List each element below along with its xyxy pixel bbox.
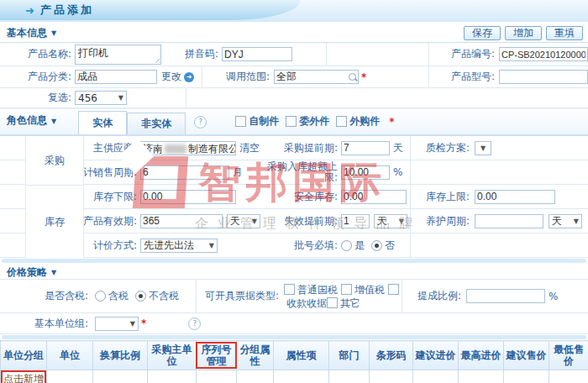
checkbox-self-made[interactable] [235,116,246,127]
column-header: 单位分组 [1,341,47,370]
unit-group-table: 单位分组 单位 换算比例 采购主单位 序列号管理 分组属性 属性项 部门 条形码… [0,340,588,383]
chevron-down-icon: ▼ [480,144,486,152]
invoice-type-label: 可开具票据类型: [197,289,279,303]
purchase-inventory-table: 采购 库存 主供应商: 济南制造有限公 清空 采购提前期: 天 质检方案: ▼ … [0,135,588,258]
section-separator [2,259,586,263]
required-asterisk: * [361,71,366,83]
stock-max-label: 库存上限: [411,190,470,204]
column-header-serial-highlighted: 序列号管理 [197,341,237,370]
checkbox-invoice-vat[interactable] [341,284,352,295]
basic-row-3: 复选: 456▼ [0,88,588,108]
tax-radio-included[interactable] [95,291,106,302]
lead-time-input[interactable] [341,141,390,155]
unit-group-label: 基本单位组: [0,317,88,331]
multi-select-dropdown[interactable]: 456▼ [75,91,127,105]
batch-required-label: 批号必填: [266,239,338,253]
tax-included-label: 含税 [108,289,129,303]
invoice-national-label: 普通国税 [297,283,338,296]
save-button[interactable]: 保存 [464,26,501,40]
validity-input[interactable] [140,214,223,228]
pinyin-input[interactable] [222,47,292,61]
help-icon[interactable]: ? [194,116,207,129]
stock-max-input[interactable] [475,190,555,204]
overstock-input[interactable] [341,165,390,180]
maintain-label: 养护周期: [411,214,470,228]
tab-non-entity[interactable]: 非实体 [127,113,186,134]
clear-link[interactable]: 清空 [239,141,260,155]
checkbox-purchased[interactable] [336,116,347,127]
checkbox-purchased-label: 外购件 [349,114,380,129]
checkbox-invoice-receipt[interactable] [388,284,399,295]
category-input[interactable] [75,70,157,84]
add-button[interactable]: 增加 [505,26,542,40]
qc-plan-label: 质检方案: [411,141,470,155]
help-icon[interactable]: ? [188,317,201,330]
maintain-input[interactable] [475,214,543,228]
row-unit-group: 基本单位组: ▼ * ? [0,313,588,334]
pinyin-label: 拼音码: [170,47,218,61]
batch-radio-yes[interactable] [341,240,352,251]
chevron-down-icon: ▼ [130,320,135,328]
lead-time-label: 采购提前期: [266,141,338,155]
tax-radio-excluded[interactable] [135,291,146,302]
column-header: 最高进价 [459,341,504,370]
basic-info-table: 产品名称: 打印机 拼音码: 产品编号: 产品分类: 更改 ➜ 调用范围: * … [0,42,588,108]
change-arrow-icon[interactable]: ➜ [184,72,194,82]
divider [186,88,186,108]
row-tax: 是否含税: 含税 不含税 可开具票据类型: 普通国税 增值税 收款收据 其它 提… [0,280,588,313]
stock-safe-input[interactable] [341,190,407,204]
column-header: 单位 [47,341,93,370]
product-name-input[interactable]: 打印机 [75,45,161,65]
reset-button[interactable]: 重填 [546,26,583,40]
redacted-text [165,144,186,154]
search-icon[interactable] [349,73,356,81]
chevron-down-icon: ▼ [252,218,257,225]
commission-unit: % [549,291,558,302]
commission-input[interactable] [466,289,545,303]
validity-unit-dropdown[interactable]: 天▼ [227,214,260,228]
invoice-other-label: 其它 [340,296,360,310]
checkbox-invoice-other[interactable] [327,297,338,308]
table-header-row: 单位分组 单位 换算比例 采购主单位 序列号管理 分组属性 属性项 部门 条形码… [1,341,588,370]
unit-group-dropdown[interactable]: ▼ [95,317,139,331]
change-link[interactable]: 更改 [161,70,181,84]
column-header: 部门 [329,341,370,370]
collapse-caret-icon[interactable]: ▼ [51,269,56,276]
basic-row-2: 产品分类: 更改 ➜ 调用范围: * 产品型号: [0,66,588,88]
model-label: 产品型号: [429,70,495,84]
collapse-caret-icon[interactable]: ▼ [51,29,56,37]
column-header: 建议进价 [413,341,459,370]
model-input[interactable] [499,70,588,84]
price-section-bar: 价格策略 ▼ [0,264,588,279]
scope-input[interactable] [274,70,359,84]
batch-radio-no[interactable] [371,240,382,251]
add-row-link[interactable]: 点击新增 [3,372,45,383]
column-header: 最低售价 [549,341,588,370]
checkbox-outsourced[interactable] [286,116,297,127]
expiry-unit-dropdown[interactable]: 天▼ [374,214,407,228]
group-inventory-label: 库存 [26,186,83,258]
qc-plan-dropdown[interactable]: ▼ [475,141,491,155]
lead-time-unit: 天 [393,141,403,155]
tax-excluded-label: 不含税 [149,289,179,303]
add-row-cell: 点击新增 [1,370,47,383]
stock-min-input[interactable] [140,190,236,204]
role-checkboxes: 自制件 委外件 外购件 * [235,114,394,129]
sales-cycle-input[interactable] [140,165,229,180]
supplier-input[interactable]: 济南制造有限公 [140,141,236,155]
product-no-input[interactable] [499,47,588,61]
role-band: 角色信息 ▼ 实体 非实体 ? 自制件 委外件 外购件 * [0,108,588,135]
collapse-caret-icon[interactable]: ▼ [51,118,56,125]
chevron-down-icon: ▼ [209,242,214,249]
invoice-receipt-label: 收款收据 [286,296,327,310]
pricing-method-dropdown[interactable]: 先进先出法▼ [140,239,218,253]
page-title-tab: ➜ 产品添加 [0,0,301,20]
row-supplier: 主供应商: 济南制造有限公 清空 采购提前期: 天 质检方案: ▼ [0,136,588,160]
column-header: 分组属性 [237,341,274,370]
maintain-unit-dropdown[interactable]: 天▼ [549,214,582,228]
tab-entity[interactable]: 实体 [78,111,127,134]
section-separator [2,335,586,339]
overstock-unit: % [393,166,402,178]
checkbox-invoice-national[interactable] [284,284,295,295]
expiry-input[interactable] [341,214,370,228]
